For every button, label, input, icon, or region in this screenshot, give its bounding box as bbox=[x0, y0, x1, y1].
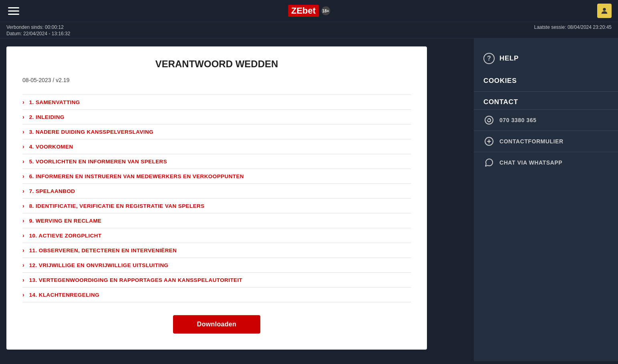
header-left bbox=[6, 6, 21, 16]
toc-item[interactable]: › 3. NADERE DUIDING KANSSPELVERSLAVING bbox=[22, 125, 411, 139]
status-row2: Datum: 22/04/2024 - 13:16:32 bbox=[6, 31, 612, 36]
document-card: VERANTWOORD WEDDEN 08-05-2023 / v2.19 › … bbox=[6, 46, 427, 350]
toc-label: 9. WERVING EN RECLAME bbox=[29, 218, 102, 224]
toc-item[interactable]: › 14. KLACHTENREGELING bbox=[22, 288, 411, 302]
chevron-icon: › bbox=[22, 188, 24, 194]
sidebar-contact-header: CONTACT bbox=[474, 92, 618, 109]
user-account-button[interactable] bbox=[597, 4, 612, 18]
chevron-icon: › bbox=[22, 173, 24, 179]
download-button-container: Downloaden bbox=[22, 315, 411, 334]
contactform-label: CONTACTFORMULIER bbox=[499, 138, 564, 145]
header: ZEbet 18+ bbox=[0, 0, 618, 22]
whatsapp-icon bbox=[483, 157, 495, 168]
toc-label: 14. KLACHTENREGELING bbox=[29, 292, 99, 298]
toc-item[interactable]: › 5. VOORLICHTEN EN INFORMEREN VAN SPELE… bbox=[22, 154, 411, 169]
logo-bet: bet bbox=[302, 6, 316, 16]
toc-item[interactable]: › 9. WERVING EN RECLAME bbox=[22, 213, 411, 228]
toc-item[interactable]: › 4. VOORKOMEN bbox=[22, 139, 411, 154]
chevron-icon: › bbox=[22, 232, 24, 239]
connected-time: 00:00:12 bbox=[45, 24, 64, 30]
chevron-icon: › bbox=[22, 277, 24, 283]
svg-point-1 bbox=[485, 116, 493, 124]
document-title: VERANTWOORD WEDDEN bbox=[22, 58, 411, 70]
toc-label: 1. SAMENVATTING bbox=[29, 99, 80, 105]
toc-list: › 1. SAMENVATTING › 2. INLEIDING › 3. NA… bbox=[22, 95, 411, 302]
connected-label: Verbonden sinds: bbox=[6, 24, 44, 30]
toc-item[interactable]: › 7. SPELAANBOD bbox=[22, 184, 411, 199]
sidebar: ? HELP COOKIES CONTACT 070 3380 365 bbox=[474, 38, 618, 361]
chevron-icon: › bbox=[22, 143, 24, 150]
sidebar-contactform-item[interactable]: CONTACTFORMULIER bbox=[474, 131, 618, 152]
svg-point-0 bbox=[603, 8, 606, 11]
toc-label: 7. SPELAANBOD bbox=[29, 188, 75, 194]
toc-item[interactable]: › 13. VERTEGENWOORDIGING EN RAPPORTAGES … bbox=[22, 273, 411, 288]
toc-label: 12. VRIJWILLIGE EN ONVRIJWILLIGE UITSLUI… bbox=[29, 262, 169, 268]
document-version: 08-05-2023 / v2.19 bbox=[22, 77, 411, 83]
toc-label: 5. VOORLICHTEN EN INFORMEREN VAN SPELERS bbox=[29, 159, 167, 165]
date-label: Datum: bbox=[6, 31, 22, 36]
main-layout: VERANTWOORD WEDDEN 08-05-2023 / v2.19 › … bbox=[0, 38, 618, 361]
sidebar-cookies-item[interactable]: COOKIES bbox=[474, 70, 618, 92]
help-icon: ? bbox=[483, 53, 495, 64]
header-right bbox=[597, 4, 612, 18]
toc-label: 2. INLEIDING bbox=[29, 114, 64, 120]
chevron-icon: › bbox=[22, 99, 24, 105]
logo-box: ZEbet bbox=[288, 5, 319, 17]
phone-icon bbox=[483, 115, 495, 126]
sidebar-whatsapp-item[interactable]: CHAT VIA WHATSAPP bbox=[474, 152, 618, 173]
logo-ze: ZE bbox=[291, 6, 302, 16]
date-value: 22/04/2024 - 13:16:32 bbox=[23, 31, 70, 36]
logo[interactable]: ZEbet 18+ bbox=[288, 5, 330, 17]
sidebar-help-item[interactable]: ? HELP bbox=[474, 46, 618, 70]
toc-item[interactable]: › 10. ACTIEVE ZORGPLICHT bbox=[22, 228, 411, 243]
toc-item[interactable]: › 1. SAMENVATTING bbox=[22, 95, 411, 110]
chevron-icon: › bbox=[22, 158, 24, 165]
chevron-icon: › bbox=[22, 203, 24, 209]
whatsapp-label: CHAT VIA WHATSAPP bbox=[499, 159, 562, 166]
toc-label: 11. OBSERVEREN, DETECTEREN EN INTERVENIË… bbox=[29, 247, 177, 253]
phone-number: 070 3380 365 bbox=[499, 117, 536, 123]
content-area: VERANTWOORD WEDDEN 08-05-2023 / v2.19 › … bbox=[0, 38, 474, 361]
toc-label: 4. VOORKOMEN bbox=[29, 144, 73, 150]
toc-label: 8. IDENTIFICATIE, VERIFICATIE EN REGISTR… bbox=[29, 203, 205, 209]
last-session: Laatste sessie: 08/04/2024 23:20:45 bbox=[534, 24, 612, 30]
chevron-icon: › bbox=[22, 247, 24, 253]
toc-item[interactable]: › 12. VRIJWILLIGE EN ONVRIJWILLIGE UITSL… bbox=[22, 258, 411, 273]
download-button[interactable]: Downloaden bbox=[173, 315, 260, 334]
user-icon bbox=[600, 6, 609, 15]
svg-point-5 bbox=[488, 141, 490, 142]
toc-label: 10. ACTIEVE ZORGPLICHT bbox=[29, 233, 102, 239]
hamburger-menu[interactable] bbox=[6, 6, 21, 16]
toc-label: 13. VERTEGENWOORDIGING EN RAPPORTAGES AA… bbox=[29, 277, 243, 283]
toc-label: 3. NADERE DUIDING KANSSPELVERSLAVING bbox=[29, 129, 153, 135]
toc-item[interactable]: › 6. INFORMEREN EN INSTRUEREN VAN MEDEWE… bbox=[22, 169, 411, 184]
age-badge: 18+ bbox=[321, 6, 330, 15]
chevron-icon: › bbox=[22, 114, 24, 120]
sidebar-phone-item[interactable]: 070 3380 365 bbox=[474, 109, 618, 131]
chevron-icon: › bbox=[22, 292, 24, 298]
toc-label: 6. INFORMEREN EN INSTRUEREN VAN MEDEWERK… bbox=[29, 173, 244, 179]
help-label: HELP bbox=[499, 54, 519, 62]
status-bar: Verbonden sinds: 00:00:12 Laatste sessie… bbox=[0, 22, 618, 38]
chevron-icon: › bbox=[22, 262, 24, 268]
chevron-icon: › bbox=[22, 217, 24, 224]
toc-item[interactable]: › 8. IDENTIFICATIE, VERIFICATIE EN REGIS… bbox=[22, 199, 411, 213]
status-row1: Verbonden sinds: 00:00:12 Laatste sessie… bbox=[6, 24, 612, 30]
toc-item[interactable]: › 2. INLEIDING bbox=[22, 110, 411, 125]
chevron-icon: › bbox=[22, 129, 24, 135]
toc-item[interactable]: › 11. OBSERVEREN, DETECTEREN EN INTERVEN… bbox=[22, 243, 411, 258]
contactform-icon bbox=[483, 136, 495, 147]
